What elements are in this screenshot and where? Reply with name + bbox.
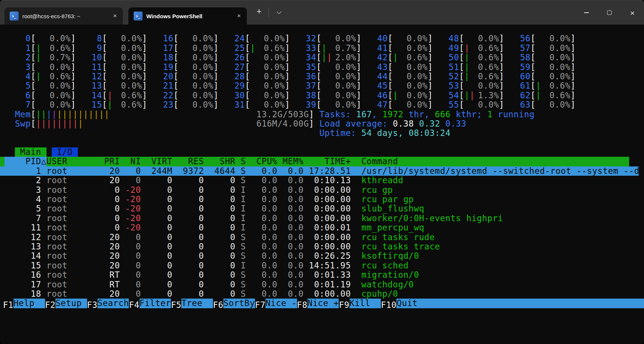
process-row-pid-7[interactable]: 7 root0-20000I0.00.00:00.00kworker/0:0H-… bbox=[0, 214, 644, 223]
cpu-meter-12: 12[0.0%] bbox=[76, 72, 147, 81]
cpu-meter-55: 55[0.0%] bbox=[433, 100, 504, 109]
powershell-icon: >_ bbox=[10, 12, 19, 20]
cpu-meter-27: 27[0.0%] bbox=[219, 63, 290, 72]
fkey-f1[interactable]: F1Help bbox=[3, 299, 45, 308]
process-row-pid-12[interactable]: 12 root200000S0.00.00:00.00rcu_tasks_rud… bbox=[0, 233, 644, 242]
fkey-f2[interactable]: F2Setup bbox=[45, 299, 87, 308]
meter-bars: ||||||||| bbox=[36, 119, 83, 128]
cpu-meter-3: 3[0.0%] bbox=[4, 63, 76, 72]
cpu-meter-11: 11[0.0%] bbox=[76, 63, 147, 72]
column-header-mem[interactable]: MEM% bbox=[277, 157, 304, 166]
meter-bars: |||||||||||||| bbox=[36, 110, 110, 119]
cpu-percent: 0.0% bbox=[121, 53, 142, 62]
window-controls: × bbox=[575, 0, 644, 25]
process-row-pid-15[interactable]: 15 root200000I0.00.014:51.95rcu_sched bbox=[0, 261, 644, 270]
cpu-meter-18: 18[0.0%] bbox=[147, 53, 219, 62]
cpu-meter-52: 52[|0.6%] bbox=[433, 72, 504, 81]
close-icon: × bbox=[630, 9, 635, 17]
process-row-pid-4[interactable]: 4 root0-20000I0.00.00:00.00rcu_par_gp bbox=[0, 195, 644, 204]
swap-meter: Swp[|||||||||616M/4.00G]Load average: 0.… bbox=[0, 119, 644, 128]
process-row-pid-11[interactable]: 11 root0-20000I0.00.00:00.01mm_percpu_wq bbox=[0, 223, 644, 232]
column-header-cpu[interactable]: CPU% bbox=[246, 157, 278, 166]
cpu-percent: 0.0% bbox=[549, 44, 570, 53]
minimize-button[interactable] bbox=[575, 0, 598, 25]
close-button[interactable]: × bbox=[621, 0, 644, 25]
meter-bars: | bbox=[322, 44, 327, 53]
process-row-pid-5[interactable]: 5 root0-20000I0.00.00:00.00slub_flushwq bbox=[0, 204, 644, 213]
cpu-meter-38: 38[0.0%] bbox=[290, 91, 361, 100]
cpu-meter-45: 45[0.0%] bbox=[361, 81, 433, 90]
cpu-percent: 0.0% bbox=[121, 72, 142, 81]
screen-tab-main[interactable]: Main bbox=[15, 147, 47, 157]
tab-remote-session[interactable]: >_ root@hcss-ecs-8763: ~ × bbox=[4, 7, 123, 25]
cpu-percent: 0.0% bbox=[264, 63, 285, 72]
maximize-button[interactable] bbox=[598, 0, 621, 25]
column-header-pid[interactable]: PID bbox=[4, 157, 41, 166]
process-row-pid-2[interactable]: 2 root200000S0.00.00:10.13kthreadd bbox=[0, 176, 644, 185]
cpu-meter-32: 32[0.0%] bbox=[290, 34, 361, 43]
meter-bars: | bbox=[464, 63, 469, 72]
cpu-meter-31: 31[0.0%] bbox=[219, 100, 290, 109]
cpu-meter-48: 48[0.0%] bbox=[433, 34, 504, 43]
table-header[interactable]: PID△USERPRINIVIRTRESSHRSCPU%MEM%TIME+Com… bbox=[0, 157, 629, 166]
cpu-meter-23: 23[0.0%] bbox=[147, 100, 219, 109]
column-header-s[interactable]: S bbox=[235, 157, 246, 166]
cpu-meter-13: 13[0.0%] bbox=[76, 81, 147, 90]
cpu-percent: 1.3% bbox=[478, 91, 499, 100]
cpu-meter-58: 58[0.0%] bbox=[504, 53, 576, 62]
fkey-f6[interactable]: F6SortBy bbox=[213, 299, 255, 308]
cpu-percent: 0.0% bbox=[264, 91, 285, 100]
process-row-pid-13[interactable]: 13 root200000S0.00.00:00.00rcu_tasks_tra… bbox=[0, 242, 644, 251]
cpu-percent: 0.6% bbox=[549, 81, 570, 90]
column-header-virt[interactable]: VIRT bbox=[141, 157, 173, 166]
tab-close-icon[interactable]: × bbox=[109, 10, 121, 22]
tab-dropdown-button[interactable] bbox=[272, 6, 285, 19]
meter-value: 616M/4.00G bbox=[256, 119, 309, 128]
process-row-pid-18[interactable]: 18 root200000S0.00.00:00.00cpuhp/0 bbox=[0, 289, 644, 299]
column-header-arrow[interactable]: △ bbox=[41, 157, 47, 166]
process-row-pid-16[interactable]: 16 rootRT0000S0.00.00:01.33migration/0 bbox=[0, 270, 644, 280]
fkey-f7[interactable]: F7Nice - bbox=[255, 299, 297, 308]
fkey-f4[interactable]: F4Filter bbox=[129, 299, 171, 308]
fkey-f3[interactable]: F3Search bbox=[87, 299, 129, 308]
screen-tab-io[interactable]: I/O bbox=[52, 147, 78, 157]
cpu-percent: 0.0% bbox=[121, 44, 142, 53]
cpu-meter-16: 16[0.0%] bbox=[147, 34, 219, 43]
column-header-res[interactable]: RES bbox=[172, 157, 204, 166]
process-row-pid-14[interactable]: 14 root200000S0.00.00:26.25ksoftirqd/0 bbox=[0, 251, 644, 261]
tab-close-icon[interactable]: × bbox=[233, 10, 245, 22]
column-header-pri[interactable]: PRI bbox=[99, 157, 120, 166]
column-header-shr[interactable]: SHR bbox=[204, 157, 236, 166]
process-row-pid-3[interactable]: 3 root0-20000I0.00.00:00.00rcu_gp bbox=[0, 185, 644, 195]
meter-bars: | bbox=[464, 53, 469, 62]
process-table: PID△USERPRINIVIRTRESSHRSCPU%MEM%TIME+Com… bbox=[0, 157, 644, 299]
cpu-percent: 0.6% bbox=[478, 44, 499, 53]
cpu-percent: 0.0% bbox=[478, 81, 499, 90]
cpu-meter-15: 15[|0.6%] bbox=[76, 100, 147, 109]
tab-windows-powershell[interactable]: >_ Windows PowerShell × bbox=[128, 7, 247, 25]
fkey-f8[interactable]: F8Nice + bbox=[297, 299, 339, 308]
cpu-percent: 0.0% bbox=[335, 100, 356, 109]
cpu-meter-33: 33[|0.7%] bbox=[290, 44, 361, 53]
cpu-meter-50: 50[|0.6%] bbox=[433, 53, 504, 62]
column-header-user[interactable]: USER bbox=[47, 157, 99, 166]
cpu-meter-9: 9[0.0%] bbox=[76, 44, 147, 53]
column-header-ni[interactable]: NI bbox=[120, 157, 141, 166]
meter-bars: | bbox=[250, 44, 255, 53]
process-row-pid-1[interactable]: 1 root200244M93724644S0.00.017:28.51/usr… bbox=[0, 166, 639, 176]
process-row-pid-17[interactable]: 17 rootRT0000S0.00.00:01.19watchdog/0 bbox=[0, 280, 644, 289]
cpu-meter-2: 2[|0.7%] bbox=[4, 53, 76, 62]
fkey-f9[interactable]: F9Kill bbox=[339, 299, 381, 308]
cpu-meter-46: 46[|0.0%] bbox=[361, 91, 433, 100]
column-header-time[interactable]: TIME+ bbox=[304, 157, 351, 166]
cpu-percent: 0.6% bbox=[264, 44, 285, 53]
cpu-percent: 0.0% bbox=[549, 63, 570, 72]
new-tab-button[interactable]: + bbox=[253, 5, 265, 18]
meter-bars: | bbox=[107, 100, 112, 109]
maximize-icon bbox=[607, 10, 612, 15]
cpu-percent: 0.0% bbox=[407, 63, 427, 72]
fkey-f10[interactable]: F10Quit bbox=[381, 299, 428, 308]
cpu-percent: 0.6% bbox=[478, 53, 499, 62]
fkey-f5[interactable]: F5Tree bbox=[171, 299, 213, 308]
column-header-cmd[interactable]: Command bbox=[351, 157, 629, 166]
